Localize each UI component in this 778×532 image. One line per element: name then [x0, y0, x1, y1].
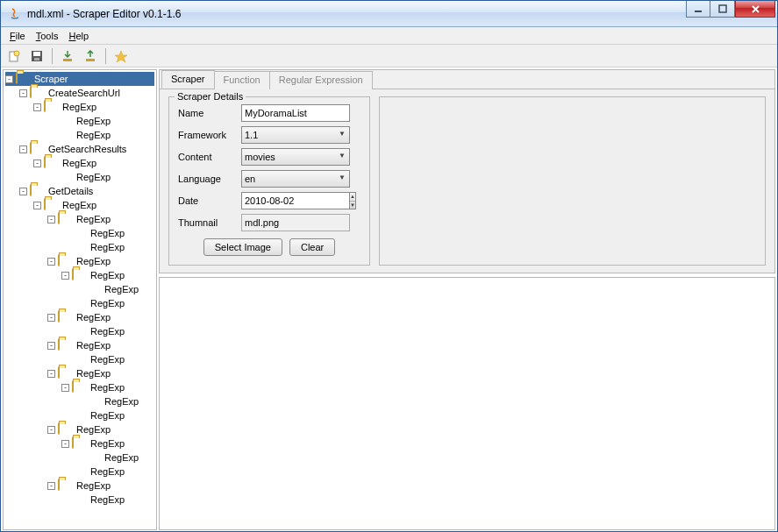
date-spinner[interactable]: ▲▼ [350, 192, 356, 209]
gear-icon [58, 171, 72, 183]
svg-rect-5 [33, 52, 40, 56]
tree-item-regexp[interactable]: RegExp [5, 465, 154, 479]
tree-toggle-icon[interactable]: - [47, 216, 55, 223]
tree-item-regexp[interactable]: RegExp [5, 324, 154, 338]
folder-icon [58, 213, 72, 225]
tree-toggle-icon[interactable]: - [61, 384, 69, 392]
tree-label: RegExp [75, 480, 112, 491]
folder-icon [72, 381, 86, 394]
tree-item-regexp[interactable]: -RegExp [5, 380, 154, 394]
tree-label: RegExp [89, 438, 126, 449]
framework-select[interactable]: 1.1 [241, 126, 350, 144]
tree-item-regexp[interactable]: -RegExp [5, 198, 154, 212]
export-button[interactable] [81, 46, 100, 66]
clear-button[interactable]: Clear [289, 238, 335, 256]
tree-toggle-icon [75, 286, 83, 294]
folder-icon [58, 423, 72, 436]
tab-function[interactable]: Function [214, 71, 270, 89]
tree-toggle-icon[interactable]: - [5, 75, 13, 83]
tree-item-getsearchresults[interactable]: -GetSearchResults [5, 142, 154, 156]
tree-label: RegExp [103, 396, 140, 407]
tree-item-getdetails[interactable]: -GetDetails [5, 184, 154, 198]
menu-file[interactable]: File [4, 29, 31, 43]
maximize-button[interactable] [710, 1, 735, 18]
tree-toggle-icon[interactable]: - [33, 160, 41, 167]
tree-label: RegExp [89, 228, 126, 238]
gear-icon [72, 227, 86, 239]
minimize-button[interactable] [686, 1, 710, 18]
tree-label: RegExp [75, 172, 112, 182]
tree-item-regexp[interactable]: RegExp [5, 226, 154, 240]
tree-item-regexp[interactable]: RegExp [5, 296, 154, 310]
tree-item-regexp[interactable]: -RegExp [5, 422, 154, 436]
menubar: File Tools Help [1, 27, 777, 45]
tree-item-regexp[interactable]: RegExp [5, 408, 154, 422]
tree-item-regexp[interactable]: -RegExp [5, 156, 154, 170]
import-button[interactable] [58, 46, 77, 66]
tree-label: RegExp [89, 382, 126, 393]
tree-toggle-icon [61, 300, 69, 308]
tab-regex[interactable]: Regular Expression [269, 71, 373, 89]
tree-item-regexp[interactable]: -RegExp [5, 254, 154, 268]
tree-label: RegExp [75, 368, 112, 379]
star-button[interactable] [111, 46, 131, 66]
tree-label: RegExp [89, 466, 126, 477]
folder-icon [30, 185, 44, 197]
tree-toggle-icon [61, 328, 69, 336]
tree-item-regexp[interactable]: -RegExp [5, 436, 154, 450]
tree-toggle-icon[interactable]: - [19, 145, 27, 153]
tree-item-regexp[interactable]: RegExp [5, 493, 154, 507]
menu-help[interactable]: Help [63, 29, 94, 43]
tree-toggle-icon [47, 117, 55, 125]
tree-label: RegExp [89, 242, 126, 252]
tree-toggle-icon[interactable]: - [47, 482, 55, 490]
name-field[interactable] [241, 104, 350, 122]
tree-item-regexp[interactable]: RegExp [5, 282, 154, 296]
tree-toggle-icon[interactable]: - [61, 440, 69, 448]
tree-item-regexp[interactable]: RegExp [5, 394, 154, 408]
tree-item-regexp[interactable]: RegExp [5, 240, 154, 254]
tree-item-regexp[interactable]: -RegExp [5, 479, 154, 493]
tree-item-regexp[interactable]: RegExp [5, 114, 154, 128]
java-app-icon [8, 7, 22, 21]
tree-toggle-icon [61, 412, 69, 420]
tree-label: RegExp [103, 452, 140, 463]
tree-item-regexp[interactable]: -RegExp [5, 338, 154, 352]
gear-icon [72, 325, 86, 337]
tree-label: RegExp [75, 214, 112, 224]
tree-toggle-icon[interactable]: - [47, 426, 55, 434]
tree-item-regexp[interactable]: RegExp [5, 450, 154, 465]
date-field[interactable] [241, 192, 350, 209]
content-select[interactable]: movies [241, 148, 350, 166]
tree-item-scraper[interactable]: -Scraper [5, 72, 154, 86]
tree-toggle-icon[interactable]: - [47, 370, 55, 378]
tree-item-regexp[interactable]: -RegExp [5, 366, 154, 380]
tree-item-regexp[interactable]: -RegExp [5, 212, 154, 226]
close-button[interactable] [735, 1, 775, 18]
tree-toggle-icon[interactable]: - [19, 188, 27, 195]
tree-item-regexp[interactable]: RegExp [5, 170, 154, 184]
new-button[interactable] [4, 46, 24, 66]
tree-item-regexp[interactable]: -RegExp [5, 310, 154, 324]
tree-toggle-icon[interactable]: - [47, 342, 55, 350]
tree-item-regexp[interactable]: RegExp [5, 352, 154, 366]
tree-panel[interactable]: -Scraper-CreateSearchUrl-RegExpRegExpReg… [3, 69, 157, 530]
titlebar[interactable]: mdl.xml - Scraper Editor v0.1-1.6 [1, 1, 777, 27]
tree-toggle-icon[interactable]: - [33, 103, 41, 111]
tree-toggle-icon[interactable]: - [61, 272, 69, 280]
menu-tools[interactable]: Tools [31, 29, 64, 43]
language-select[interactable]: en [241, 170, 350, 188]
select-image-button[interactable]: Select Image [203, 238, 282, 256]
tree-toggle-icon[interactable]: - [47, 258, 55, 266]
tree-toggle-icon[interactable]: - [33, 202, 41, 209]
tree-item-regexp[interactable]: RegExp [5, 128, 154, 142]
tree-item-createsearchurl[interactable]: -CreateSearchUrl [5, 86, 154, 100]
output-panel[interactable] [159, 277, 775, 530]
tree-toggle-icon[interactable]: - [19, 89, 27, 97]
tree-item-regexp[interactable]: -RegExp [5, 100, 154, 114]
tree-toggle-icon[interactable]: - [47, 314, 55, 322]
tab-scraper[interactable]: Scraper [161, 70, 215, 89]
tree-label: RegExp [75, 340, 112, 351]
save-button[interactable] [27, 46, 46, 66]
tree-item-regexp[interactable]: -RegExp [5, 268, 154, 282]
